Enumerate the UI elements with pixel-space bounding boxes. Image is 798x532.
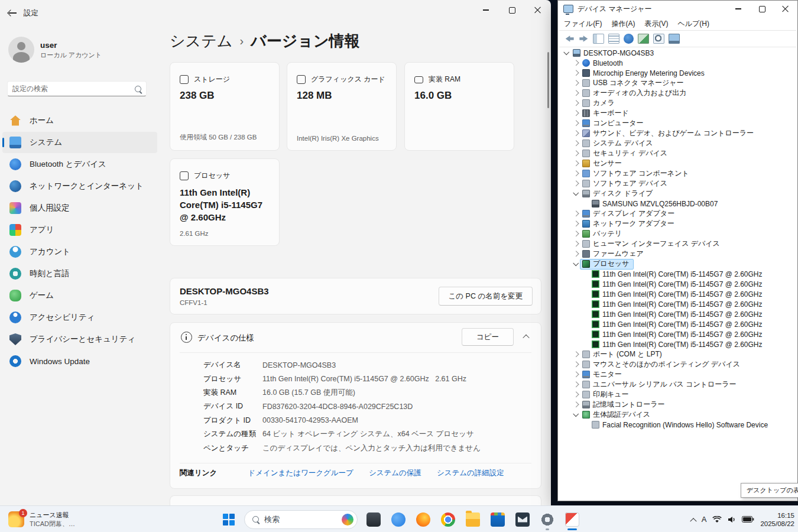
expand-icon[interactable] (571, 360, 580, 369)
close-button[interactable] (774, 1, 797, 17)
tree-item[interactable]: バッテリ (559, 229, 796, 239)
tree-item[interactable]: 11th Gen Intel(R) Core(TM) i5-1145G7 @ 2… (559, 289, 796, 299)
tree-item[interactable]: 11th Gen Intel(R) Core(TM) i5-1145G7 @ 2… (559, 319, 796, 329)
expand-icon[interactable] (571, 109, 580, 118)
tree-item[interactable]: サウンド、ビデオ、およびゲーム コントローラー (559, 128, 796, 138)
expand-icon[interactable] (571, 249, 580, 259)
sidebar-item-home[interactable]: ホーム (2, 110, 157, 131)
hidden-icons-chevron[interactable] (690, 518, 696, 524)
collapse-icon[interactable] (562, 48, 571, 58)
file-explorer-button[interactable] (461, 508, 485, 531)
maximize-button[interactable] (750, 1, 774, 17)
expand-icon[interactable] (571, 149, 580, 158)
expand-icon[interactable] (571, 169, 580, 179)
expand-icon[interactable] (571, 179, 580, 189)
minimize-button[interactable] (473, 0, 499, 20)
expand-icon[interactable] (571, 139, 580, 148)
scrollbar[interactable] (547, 52, 549, 108)
expand-icon[interactable] (571, 229, 580, 239)
expand-icon[interactable] (571, 79, 580, 88)
expand-icon[interactable] (571, 209, 580, 219)
menu-item[interactable]: 表示(V) (640, 17, 673, 30)
back-button[interactable] (4, 6, 21, 20)
expand-icon[interactable] (571, 89, 580, 98)
sidebar-item-time-language[interactable]: 時刻と言語 (2, 263, 157, 284)
settings-search-input[interactable]: 設定の検索 (7, 81, 147, 96)
tree-item[interactable]: コンピューター (559, 118, 796, 128)
sidebar-item-bluetooth[interactable]: Bluetooth とデバイス (2, 154, 157, 175)
start-button[interactable] (216, 508, 240, 531)
tree-item[interactable]: 11th Gen Intel(R) Core(TM) i5-1145G7 @ 2… (559, 269, 796, 279)
tree-item[interactable]: システム デバイス (559, 138, 796, 148)
menu-item[interactable]: 操作(A) (606, 17, 640, 30)
tree-item[interactable]: ファームウェア (559, 249, 796, 259)
tree-item[interactable]: ネットワーク アダプター (559, 219, 796, 229)
tree-item[interactable]: 生体認証デバイス (559, 410, 796, 420)
sidebar-item-network[interactable]: ネットワークとインターネット (2, 176, 157, 197)
minimize-button[interactable] (726, 1, 750, 17)
device-display-icon[interactable] (669, 34, 680, 44)
widgets-button[interactable]: 1 ニュース速報 TICAD閉幕、… (4, 508, 80, 530)
collapse-icon[interactable] (571, 259, 580, 269)
tree-item[interactable]: 11th Gen Intel(R) Core(TM) i5-1145G7 @ 2… (559, 299, 796, 309)
menu-item[interactable]: ファイル(F) (559, 17, 606, 30)
avatar[interactable] (8, 37, 34, 63)
sidebar-item-personalization[interactable]: 個人用設定 (2, 197, 157, 219)
expand-icon[interactable] (571, 390, 580, 400)
tree-item[interactable]: ユニバーサル シリアル バス コントローラー (559, 379, 796, 390)
update-driver-icon[interactable] (638, 34, 649, 44)
expand-icon[interactable] (571, 370, 580, 379)
tree-item[interactable]: ヒューマン インターフェイス デバイス (559, 239, 796, 249)
store-button[interactable] (486, 508, 510, 531)
wifi-icon[interactable] (712, 516, 722, 523)
tree-item[interactable]: センサー (559, 158, 796, 168)
active-app-button[interactable] (560, 508, 584, 531)
tree-item[interactable]: SAMSUNG MZVLQ256HBJD-00B07 (559, 199, 796, 209)
tree-item[interactable]: モニター (559, 369, 796, 379)
expand-icon[interactable] (571, 129, 580, 138)
firefox-button[interactable] (411, 508, 435, 531)
tree-item[interactable]: USB コネクタ マネージャー (559, 78, 796, 88)
back-icon[interactable] (565, 35, 575, 43)
copy-button[interactable]: コピー (462, 328, 514, 346)
tree-item[interactable]: プロセッサ (559, 259, 796, 269)
scan-hardware-icon[interactable] (653, 34, 664, 44)
sidebar-item-privacy[interactable]: プライバシーとセキュリティ (2, 329, 157, 350)
sidebar-item-accounts[interactable]: アカウント (2, 241, 157, 262)
volume-icon[interactable] (728, 516, 736, 523)
tree-item[interactable]: 11th Gen Intel(R) Core(TM) i5-1145G7 @ 2… (559, 279, 796, 289)
terminal-button[interactable] (362, 508, 385, 531)
tree-item[interactable]: セキュリティ デバイス (559, 148, 796, 158)
expand-icon[interactable] (571, 99, 580, 108)
expand-icon[interactable] (571, 159, 580, 168)
sidebar-item-apps[interactable]: アプリ (2, 219, 157, 241)
tree-item[interactable]: 11th Gen Intel(R) Core(TM) i5-1145G7 @ 2… (559, 339, 796, 349)
forward-icon[interactable] (579, 35, 589, 43)
tree-item[interactable]: Facial Recognition (Windows Hello) Softw… (559, 420, 796, 430)
tree-item[interactable]: Microchip Energy Metering Devices (559, 68, 796, 78)
properties-icon[interactable] (608, 34, 619, 44)
collapse-icon[interactable] (571, 410, 580, 420)
tree-item[interactable]: キーボード (559, 108, 796, 118)
expand-icon[interactable] (571, 219, 580, 229)
sidebar-item-gaming[interactable]: ゲーム (2, 285, 157, 306)
tree-item[interactable]: ソフトウェア コンポーネント (559, 168, 796, 179)
expand-icon[interactable] (571, 350, 580, 359)
tree-item[interactable]: 11th Gen Intel(R) Core(TM) i5-1145G7 @ 2… (559, 309, 796, 319)
expand-icon[interactable] (571, 69, 580, 78)
mail-button[interactable] (511, 508, 534, 531)
sidebar-item-accessibility[interactable]: アクセシビリティ (2, 307, 157, 328)
chrome-button[interactable] (436, 508, 460, 531)
expand-icon[interactable] (571, 380, 580, 390)
rename-pc-button[interactable]: この PC の名前を変更 (439, 287, 533, 306)
menu-item[interactable]: ヘルプ(H) (673, 17, 714, 30)
tree-item[interactable]: カメラ (559, 98, 796, 108)
breadcrumb-parent[interactable]: システム (170, 31, 232, 51)
collapse-icon[interactable] (571, 189, 580, 199)
tree-item[interactable]: ディスク ドライブ (559, 189, 796, 199)
sidebar-item-system[interactable]: システム (2, 132, 157, 153)
tree-item[interactable]: 11th Gen Intel(R) Core(TM) i5-1145G7 @ 2… (559, 329, 796, 339)
expand-icon[interactable] (571, 239, 580, 249)
clock[interactable]: 16:15 2025/08/22 (760, 511, 794, 528)
expand-icon[interactable] (571, 59, 580, 68)
